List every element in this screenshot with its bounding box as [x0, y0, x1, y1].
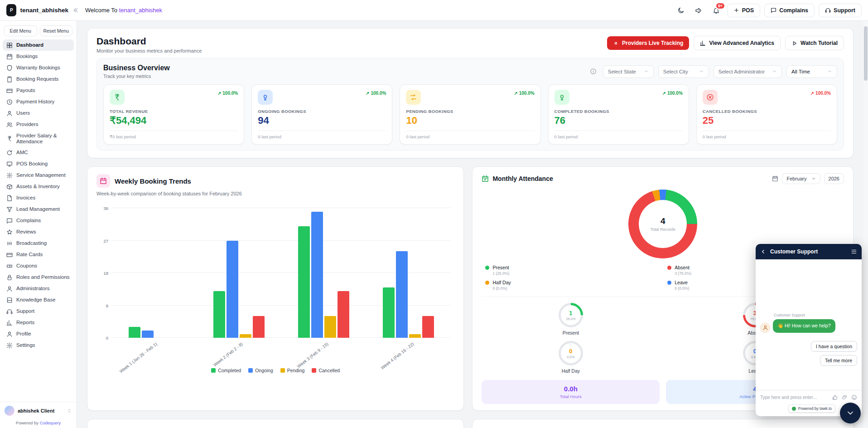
filter-select-administrator[interactable]: Select Administrator	[714, 65, 782, 78]
support-button[interactable]: Support	[819, 4, 862, 17]
filter-label: Select State	[608, 69, 636, 74]
attendance-total-total-hours: 0.0hTotal Hours	[482, 380, 660, 404]
announcements-button[interactable]	[692, 4, 705, 17]
sidebar-item-coupons[interactable]: Coupons	[3, 260, 74, 272]
sidebar-item-label: Payment History	[16, 99, 54, 105]
filter-select-city[interactable]: Select City	[658, 65, 709, 78]
star-icon	[6, 229, 13, 235]
view-advanced-analytics-button[interactable]: View Advanced Analytics	[694, 36, 781, 50]
metric-icon-box	[110, 90, 125, 105]
attach-file-button[interactable]	[842, 394, 848, 400]
metric-top: ↗100.0%	[406, 90, 534, 105]
sidebar-item-label: Booking Requests	[16, 76, 58, 82]
edit-menu-button[interactable]: Edit Menu	[4, 25, 37, 36]
bar-ongoing	[227, 241, 238, 338]
sidebar-user-name: abhishek Client	[18, 408, 54, 413]
tawk-branding[interactable]: Powered by tawk.to	[788, 404, 835, 413]
sidebar-item-label: Knowledge Base	[16, 297, 55, 303]
sidebar-item-pos-booking[interactable]: POS Booking	[3, 158, 74, 170]
sidebar-item-broadcasting[interactable]: Broadcasting	[3, 238, 74, 249]
powered-brand-link[interactable]: Codequery	[40, 420, 61, 425]
sidebar-item-invoices[interactable]: Invoices	[3, 192, 74, 204]
user-icon	[6, 286, 13, 292]
sidebar-collapse-icon[interactable]	[73, 7, 79, 13]
megaphone-icon	[695, 7, 702, 14]
legend-dot	[667, 266, 671, 270]
live-tracking-label: Providers Live Tracking	[622, 40, 683, 46]
sidebar-item-payouts[interactable]: Payouts	[3, 85, 74, 96]
funnel-icon	[6, 206, 13, 213]
chat-input[interactable]	[760, 395, 829, 400]
sidebar-item-knowledge-base[interactable]: Knowledge Base	[3, 294, 74, 306]
watch-tutorial-button[interactable]: Watch Tutorial	[785, 36, 844, 50]
chat-menu-button[interactable]	[851, 248, 857, 255]
sidebar-item-service-management[interactable]: Service Management	[3, 170, 74, 181]
plus-icon	[733, 7, 739, 13]
sidebar-user[interactable]: abhishek Client	[0, 402, 77, 419]
sidebar-item-dashboard[interactable]: Dashboard	[3, 39, 74, 51]
attendance-stat-present: 125.0%Present	[482, 303, 660, 336]
chat-minimize-fab[interactable]	[840, 403, 861, 423]
plus-icon	[733, 7, 739, 13]
metric-icon-box	[555, 90, 569, 105]
sidebar-item-complains[interactable]: Complains	[3, 215, 74, 226]
sidebar-item-settings[interactable]: Settings	[3, 340, 74, 351]
info-icon	[590, 68, 597, 75]
sidebar-item-users[interactable]: Users	[3, 107, 74, 119]
scrollbar-thumb[interactable]	[864, 26, 868, 81]
notifications-button[interactable]: 9+	[709, 4, 723, 17]
chevdown-icon	[811, 176, 816, 181]
powered-by: Powered by Codequery	[0, 419, 77, 428]
main-content: Dashboard Monitor your business metrics …	[77, 21, 863, 428]
welcome-tenant-link[interactable]: tenant_abhishek	[119, 7, 162, 14]
sidebar-item-assets-inventory[interactable]: Assets & Inventory	[3, 181, 74, 192]
notification-badge: 9+	[715, 2, 725, 10]
sidebar-item-roles-and-permissions[interactable]: Roles and Permissions	[3, 272, 74, 283]
legend-text: Present1 (25.0%)	[492, 265, 509, 276]
bar-completed	[129, 327, 140, 338]
providers-live-tracking-button[interactable]: Providers Live Tracking	[607, 36, 689, 50]
sidebar-item-label: Provider Salary & Attendance	[16, 133, 70, 145]
legend-swatch	[248, 368, 253, 373]
complains-button[interactable]: Complains	[764, 4, 815, 17]
filters-row: Select StateSelect CitySelect Administra…	[603, 65, 837, 78]
sidebar-item-providers[interactable]: Providers	[3, 119, 74, 130]
calendar-icon	[6, 54, 13, 60]
quick-reply-tell-me-more[interactable]: Tell me more	[820, 355, 857, 366]
pos-label: POS	[742, 7, 754, 14]
sidebar-item-lead-management[interactable]: Lead Management	[3, 204, 74, 215]
chart-icon	[6, 320, 13, 326]
sidebar-item-amc[interactable]: AMC	[3, 147, 74, 158]
emoji-button[interactable]	[851, 394, 857, 400]
dark-mode-button[interactable]	[674, 4, 688, 17]
sidebar-item-warranty-bookings[interactable]: Warranty Bookings	[3, 62, 74, 73]
sidebar-item-support[interactable]: Support	[3, 306, 74, 317]
thumbs-up-button[interactable]	[832, 394, 838, 400]
sidebar-item-provider-salary-attendance[interactable]: Provider Salary & Attendance	[3, 130, 74, 147]
metric-card-ongoing-bookings: ↗100.0%ONGOING BOOKINGS940 last period	[251, 84, 392, 145]
business-overview-title: Business Overview	[103, 64, 170, 72]
sidebar-item-rate-cards[interactable]: Rate Cards	[3, 249, 74, 260]
sidebar-item-reports[interactable]: Reports	[3, 317, 74, 328]
pos-button[interactable]: POS	[727, 4, 760, 17]
calendar-icon	[100, 177, 107, 185]
quick-reply-i-have-a-question[interactable]: I have a question	[811, 341, 857, 352]
dashboard-header-card: Dashboard Monitor your business metrics …	[87, 28, 854, 158]
sidebar-item-bookings[interactable]: Bookings	[3, 51, 74, 62]
sidebar-item-profile[interactable]: Profile	[3, 328, 74, 340]
filter-select-state[interactable]: Select State	[603, 65, 654, 78]
metric-trend-badge: ↗100.0%	[366, 91, 386, 96]
shield-icon	[6, 65, 13, 71]
month-select[interactable]: February	[782, 173, 820, 184]
chat-back-button[interactable]	[760, 248, 767, 255]
sidebar-item-booking-requests[interactable]: Booking Requests	[3, 73, 74, 85]
sidebar-item-administrators[interactable]: Administrators	[3, 283, 74, 294]
chevron-down-icon	[644, 69, 649, 74]
business-overview-titles: Business Overview Track your key metrics	[103, 64, 170, 79]
sidebar-item-reviews[interactable]: Reviews	[3, 226, 74, 238]
reset-menu-button[interactable]: Reset Menu	[40, 25, 73, 36]
sidebar-item-payment-history[interactable]: Payment History	[3, 96, 74, 107]
chevron-down-icon	[772, 69, 777, 74]
sidebar-item-label: Payouts	[16, 88, 35, 93]
filter-all-time[interactable]: All Time	[786, 65, 837, 78]
